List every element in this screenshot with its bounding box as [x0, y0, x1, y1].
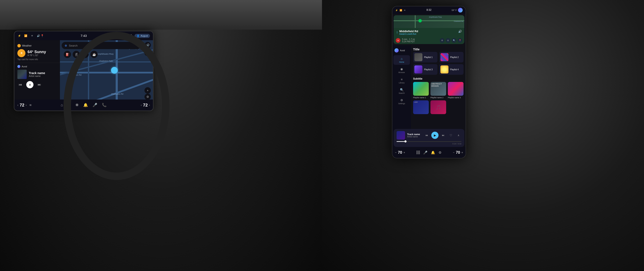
- next-button[interactable]: ⏭: [36, 82, 42, 88]
- playlist-name-2: Playlist 2: [450, 56, 459, 58]
- nav-settings-btn[interactable]: ⚙: [440, 38, 444, 43]
- browse-item-1[interactable]: Playlist name 1: [413, 82, 429, 99]
- steering-wheel: [64, 32, 170, 180]
- home-nav-icon: ⌂: [401, 57, 402, 60]
- sidebar-item-search[interactable]: 🔍 Search: [394, 86, 410, 96]
- screen-time: 7:43: [80, 34, 87, 37]
- sidebar-item-browse[interactable]: ◉ Browse: [394, 66, 410, 75]
- bluetooth-icon: ⚡: [17, 34, 21, 38]
- nav-search-btn[interactable]: 🔍: [452, 38, 456, 43]
- app-name-label: Aural: [22, 65, 27, 68]
- temp-circle: ☀: [17, 49, 26, 57]
- weather-tap-hint: Tap card for more info: [17, 58, 57, 60]
- now-playing-bar: Track name Artist name ⏮ ▶ ⏭ ♡ ∧: [394, 129, 464, 147]
- playlist-item-1[interactable]: Playlist 1: [413, 52, 438, 62]
- np-like-button[interactable]: ♡: [448, 132, 454, 138]
- nav-toward: toward Lowell Ave: [399, 33, 418, 35]
- music-section-title: Title: [413, 47, 464, 51]
- home-nav-btn[interactable]: ⌂: [61, 103, 63, 107]
- nav-up-arrow-icon: ↑: [396, 30, 398, 35]
- high: H 78°: [28, 54, 33, 56]
- np-expand-button[interactable]: ∧: [456, 132, 462, 138]
- nav-filter-btn[interactable]: ⊟: [446, 38, 450, 43]
- taskbar-temp-left: ‹ 72 › ≋: [17, 103, 38, 108]
- phone-temp-right-down[interactable]: −: [453, 151, 454, 154]
- phone-temp-right-up[interactable]: +: [462, 151, 463, 154]
- condition: Sunny: [34, 50, 46, 54]
- sidebar-item-home[interactable]: ⌂ Home: [394, 55, 410, 65]
- phone-temp-left-down[interactable]: −: [395, 151, 396, 154]
- nav-direction: ↑ Middlefield Rd toward Lowell Ave: [396, 30, 418, 35]
- nav-bottom: ✕ 5 min · 1.7 mi 5:24 PM PDT ⚙ ⊟ 🔍 📍: [394, 37, 464, 44]
- playlist-thumb-4: [440, 65, 448, 73]
- weather-temp: ☀ 64° Sunny H 78° L 52°: [17, 49, 57, 57]
- music-subtitle: Subtitle: [413, 77, 464, 80]
- np-progress-bar[interactable]: [396, 141, 462, 142]
- phone-time: 8:32: [426, 8, 431, 11]
- signal-icon: 📶: [24, 34, 28, 38]
- track-artist: Artist name: [29, 75, 45, 77]
- np-next-button[interactable]: ⏭: [440, 132, 446, 138]
- browse-item-5[interactable]: 🎵: [430, 100, 446, 115]
- grid-apps-icon[interactable]: [416, 151, 420, 154]
- aural-app-name: Aural: [400, 49, 405, 52]
- browse-thumb-2: ABSTRACT DESIGN: [430, 82, 446, 96]
- library-nav-label: Library: [399, 82, 404, 84]
- playlist-item-3[interactable]: Playlist 3: [413, 64, 438, 75]
- car-interior-right: ⚡ 📶 ☀ 8:32 64° F Amphitheatre Pkwy: [322, 0, 644, 271]
- np-current-time: 0:24: [452, 143, 456, 145]
- aural-logo: [17, 65, 20, 68]
- phone-temp-left-up[interactable]: +: [403, 151, 405, 154]
- phone-signal-icon: 📶: [400, 9, 402, 11]
- weather-card[interactable]: Weather ☀ 64° Sunny: [14, 42, 60, 63]
- sidebar-item-library[interactable]: ≡ Library: [394, 76, 410, 85]
- nav-location-ctrl-btn[interactable]: 📍: [458, 38, 462, 43]
- browse-item-4[interactable]: LIBR: [413, 100, 429, 115]
- phone-taskbar: − 70 + 🎤: [392, 147, 466, 158]
- browse-name-2: Playlist name 2: [430, 97, 446, 99]
- header-left: ⚡ 📶 ☀ 🔊: [17, 34, 40, 38]
- browse-item-3[interactable]: Playlist name 3: [448, 82, 464, 99]
- aural-logo-phone: [394, 48, 399, 52]
- playlist-item-2[interactable]: Playlist 2: [439, 52, 464, 62]
- playlist-grid: Playlist 1 Playlist 2 Playlist 3 Pl: [413, 52, 464, 75]
- gas-station-btn[interactable]: ⛽: [64, 51, 71, 58]
- phone-settings-btn[interactable]: ⚙: [438, 151, 442, 155]
- phone-taskbar-center: 🎤 🔔 ⚙: [416, 151, 442, 155]
- np-total-time: 3:32: [458, 143, 462, 145]
- search-placeholder: Search: [69, 44, 78, 47]
- nav-volume-icon[interactable]: 🔊: [458, 30, 462, 33]
- phone-bell-btn[interactable]: 🔔: [431, 151, 435, 155]
- temp-left-down-arrow[interactable]: ‹: [17, 103, 18, 107]
- temp-left-up-arrow[interactable]: ›: [26, 103, 27, 107]
- prev-button[interactable]: ⏮: [17, 82, 23, 88]
- phone-brightness-icon: ☀: [404, 9, 406, 11]
- play-pause-button[interactable]: ⏸: [26, 81, 34, 88]
- library-nav-icon: ≡: [401, 78, 402, 81]
- browse-thumb-1: [413, 82, 429, 96]
- np-play-button[interactable]: ▶: [431, 132, 438, 139]
- nav-eta-distance: 5 min · 1.7 mi: [402, 38, 415, 40]
- playlist-item-4[interactable]: Playlist 4: [439, 64, 464, 75]
- user-badge[interactable]: 👤 August: [134, 34, 150, 38]
- phone-temp: 64° F: [452, 9, 457, 11]
- sidebar-item-settings[interactable]: ⚙ Settings: [394, 97, 410, 106]
- nav-location-pin: [418, 19, 422, 22]
- temp-left-value: 72: [20, 103, 24, 108]
- nav-eta: 5 min · 1.7 mi 5:24 PM PDT: [402, 38, 415, 43]
- phone-temp-left: 70: [398, 150, 402, 155]
- playlist-name-3: Playlist 3: [424, 68, 432, 71]
- brightness-icon: ☀: [30, 34, 34, 38]
- track-name: Track name: [29, 71, 45, 75]
- phone-mic-btn[interactable]: 🎤: [423, 151, 428, 155]
- phone-screen: ⚡ 📶 ☀ 8:32 64° F Amphitheatre Pkwy: [392, 6, 466, 158]
- browse-thumb-3: [448, 82, 464, 96]
- music-app-name: Aural: [17, 65, 57, 68]
- nav-close-button[interactable]: ✕: [396, 38, 400, 43]
- settings-nav-icon: ⚙: [400, 98, 403, 102]
- browse-item-2[interactable]: ABSTRACT DESIGN Playlist name 2: [430, 82, 446, 99]
- np-prev-button[interactable]: ⏮: [424, 132, 430, 138]
- phone-status-left: ⚡ 📶 ☀: [395, 9, 406, 11]
- temp-degree: ☀: [20, 52, 23, 55]
- weather-title: Weather: [17, 44, 57, 47]
